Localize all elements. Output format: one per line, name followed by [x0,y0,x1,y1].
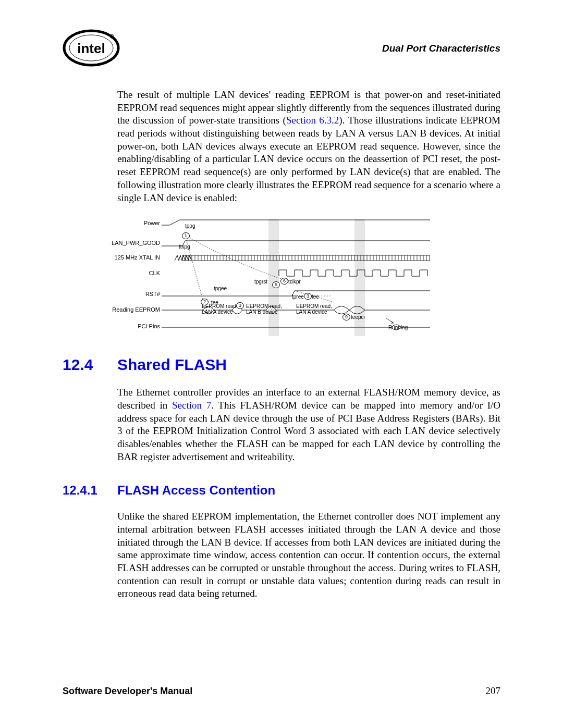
section-12-4-num: 12.4 [63,356,117,374]
intel-logo: intel R [63,29,120,68]
anno-lan-a2: LAN A device [296,309,327,315]
section-12-4-1-paragraph: Unlike the shared EEPROM implementation,… [117,510,500,600]
signal-power-label: Power [97,220,160,226]
anno-tclkpr: tclkpr [288,279,301,285]
svg-text:intel: intel [77,41,105,56]
signal-clk-label: CLK [97,270,160,276]
anno-tpree: tpree [292,294,304,300]
para1-text-b: ). Those illustrations indicate EEPROM r… [117,115,500,203]
signal-rst-label: RST# [97,291,160,297]
header-chapter-title: Dual Port Characteristics [382,43,500,54]
anno-tpgee: tpgee [214,286,227,291]
anno-tpgrst: tpgrst [254,279,267,285]
footer-manual-title: Software Developer's Manual [63,686,192,697]
anno-tppg: tppg [185,223,195,229]
footer-page-number: 207 [486,685,501,697]
section-12-4-title: Shared FLASH [117,356,227,374]
anno-tee2: tee [312,294,319,300]
section-12-4-1-title: FLASH Access Contention [117,483,275,498]
anno-lan-b: LAN B device [246,309,278,315]
signal-xtal-label: 125 MHz XTAL IN [97,254,160,261]
section-12-4-1-num: 12.4.1 [63,483,117,498]
timing-diagram: Power LAN_PWR_GOOD 125 MHz XTAL IN CLK R… [117,219,500,336]
section-12-4-1-heading: 12.4.1 FLASH Access Contention [63,483,500,498]
anno-eeprom-a2: EEPROM read, [296,303,332,309]
anno-lan-a: LAN A device [202,309,232,315]
anno-ttxpg: ttxpg [179,244,190,250]
anno-teepci: teepci [351,314,365,320]
page-footer: Software Developer's Manual 207 [63,685,500,697]
page-header: intel R Dual Port Characteristics [63,29,500,68]
signal-pci-label: PCI Pins [97,323,160,329]
signal-reading-label: Reading EEPROM [97,306,160,313]
anno-running: Running [388,325,408,330]
intro-paragraph: The result of multiple LAN devices' read… [117,89,500,204]
link-section-7[interactable]: Section 7 [172,400,211,411]
signal-lanpwrgood-label: LAN_PWR_GOOD [97,240,160,246]
anno-eeprom-b: EEPROM read, [246,303,282,309]
section-12-4-heading: 12.4 Shared FLASH [63,356,500,374]
link-section-6-3-2[interactable]: Section 6.3.2 [286,115,339,126]
section-12-4-paragraph: The Ethernet controller provides an inte… [117,386,500,463]
